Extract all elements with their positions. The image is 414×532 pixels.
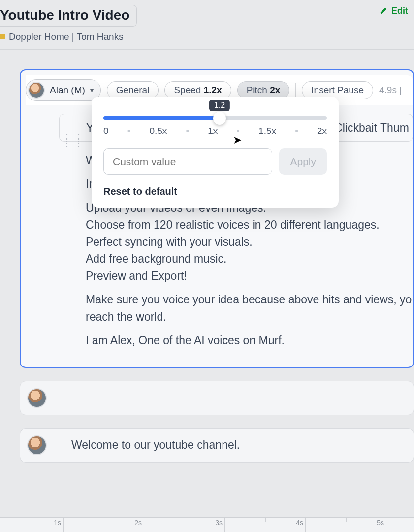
- avatar: [27, 435, 47, 455]
- duration-display: 4.9s |: [379, 85, 402, 96]
- reset-to-default-link[interactable]: Reset to default: [103, 186, 327, 197]
- mark-4: 2x: [317, 126, 327, 136]
- mark-2: 1x: [208, 126, 218, 136]
- slider-tooltip: 1.2: [209, 100, 230, 111]
- secondary-block-empty[interactable]: [20, 381, 414, 415]
- slider-labels: 0 • 0.5x • 1x • 1.5x • 2x: [103, 126, 327, 136]
- slider-fill: [103, 116, 220, 120]
- drag-handle-icon[interactable]: ⋮⋮⋮⋮: [62, 135, 86, 145]
- p9: Make sure you voice your idea because ab…: [86, 291, 413, 325]
- speed-value: 1.2x: [204, 85, 222, 95]
- mark-dot: •: [186, 126, 189, 136]
- custom-row: Apply: [103, 148, 327, 175]
- pitch-value: 2x: [270, 85, 280, 95]
- secondary-block[interactable]: Welcome to our youtube channel.: [20, 428, 414, 463]
- mark-dot: •: [295, 126, 298, 136]
- secondary-text: Welcome to our youtube channel.: [71, 438, 240, 452]
- tick: 1s: [0, 518, 63, 532]
- edit-button[interactable]: Edit: [379, 6, 408, 16]
- edit-label: Edit: [391, 6, 408, 16]
- mark-0: 0: [103, 126, 109, 136]
- p10: I am Alex, One of the AI voices on Murf.: [86, 332, 413, 349]
- mark-1: 0.5x: [149, 126, 167, 136]
- mark-dot: •: [127, 126, 131, 136]
- tick: 3s: [144, 518, 224, 532]
- breadcrumb[interactable]: Doppler Home | Tom Hanks: [0, 32, 407, 42]
- pitch-label: Pitch: [247, 85, 270, 95]
- speed-popover: 1.2 ➤ 0 • 0.5x • 1x • 1.5x • 2x Apply Re…: [92, 97, 339, 208]
- p8: Preview and Export!: [86, 269, 187, 282]
- toolbar-divider: [295, 83, 296, 97]
- mark-3: 1.5x: [258, 126, 276, 136]
- apply-button[interactable]: Apply: [279, 148, 327, 175]
- slider[interactable]: 1.2 ➤ 0 • 0.5x • 1x • 1.5x • 2x: [103, 116, 327, 136]
- tick: 2s: [63, 518, 144, 532]
- mark-dot: •: [236, 126, 240, 136]
- tick: 5s: [305, 518, 386, 532]
- voice-name: Alan (M): [50, 85, 85, 96]
- p5: Choose from 120 realistic voices in 20 d…: [86, 218, 380, 231]
- project-title[interactable]: Youtube Intro Video: [0, 5, 137, 27]
- avatar: [28, 82, 45, 99]
- header: Youtube Intro Video Edit Doppler Home | …: [0, 0, 414, 50]
- speed-label: Speed: [174, 85, 203, 95]
- folder-color-dot: [0, 34, 5, 39]
- voice-selector[interactable]: Alan (M) ▾: [26, 79, 101, 101]
- p7: Add free background music.: [86, 252, 226, 265]
- chevron-down-icon: ▾: [90, 86, 94, 94]
- slider-track[interactable]: [103, 116, 327, 120]
- timeline-ruler[interactable]: 1s 2s 3s 4s 5s: [0, 517, 414, 532]
- avatar: [27, 388, 47, 408]
- custom-value-input[interactable]: [103, 148, 272, 175]
- slider-thumb[interactable]: [213, 112, 226, 125]
- breadcrumb-text: Doppler Home | Tom Hanks: [9, 32, 124, 42]
- p6: Perfect syncing with your visuals.: [86, 235, 253, 248]
- pencil-icon: [379, 7, 387, 16]
- tick: 4s: [224, 518, 305, 532]
